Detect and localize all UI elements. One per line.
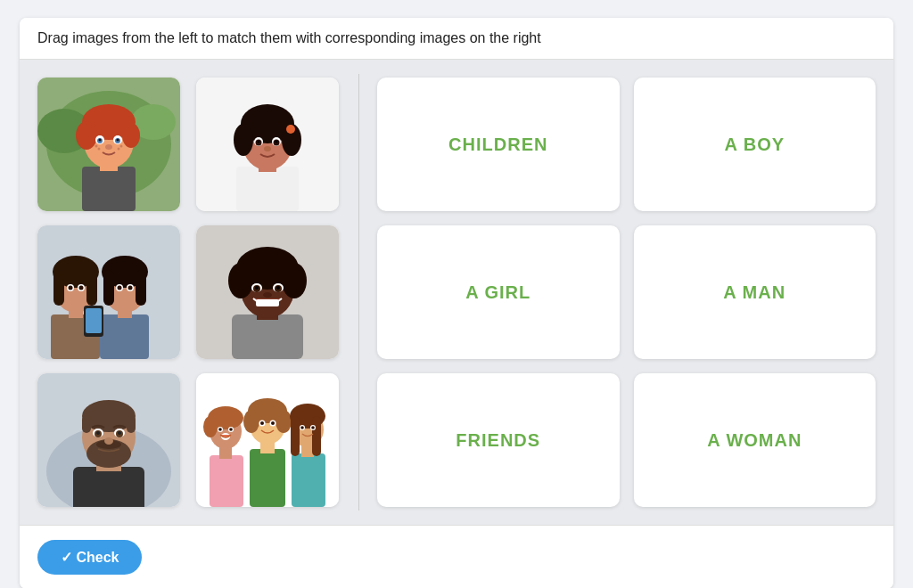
svg-rect-58 <box>86 308 102 333</box>
svg-point-121 <box>300 426 304 429</box>
image-card-girl[interactable] <box>196 78 339 211</box>
svg-point-71 <box>276 286 280 290</box>
svg-rect-4 <box>82 167 136 211</box>
svg-rect-44 <box>53 270 64 306</box>
svg-rect-117 <box>291 416 300 456</box>
label-card-a-girl[interactable]: A GIRL <box>377 225 620 359</box>
label-friends: FRIENDS <box>456 430 540 451</box>
svg-point-16 <box>105 144 112 150</box>
svg-point-28 <box>286 125 295 134</box>
svg-rect-48 <box>136 270 146 306</box>
label-a-boy: A BOY <box>724 135 785 155</box>
svg-rect-103 <box>210 455 243 507</box>
left-panel <box>20 60 358 525</box>
svg-point-98 <box>276 410 292 433</box>
svg-point-90 <box>118 431 121 435</box>
svg-point-111 <box>229 428 233 431</box>
svg-rect-47 <box>103 270 114 306</box>
svg-rect-38 <box>100 314 149 359</box>
svg-point-56 <box>128 286 133 290</box>
svg-point-34 <box>276 141 278 143</box>
svg-point-14 <box>99 139 102 142</box>
svg-point-101 <box>260 421 264 425</box>
label-card-a-woman[interactable]: A WOMAN <box>634 373 876 507</box>
label-children: CHILDREN <box>448 135 547 155</box>
svg-point-55 <box>118 286 122 290</box>
label-card-children[interactable]: CHILDREN <box>377 78 620 211</box>
svg-point-89 <box>96 431 100 435</box>
svg-rect-80 <box>82 415 91 433</box>
label-card-a-man[interactable]: A MAN <box>634 225 876 359</box>
svg-point-97 <box>243 410 259 433</box>
image-card-man[interactable] <box>37 373 180 507</box>
svg-point-19 <box>98 148 101 151</box>
svg-point-17 <box>95 145 98 148</box>
svg-rect-76 <box>73 467 144 507</box>
footer: ✓ Check <box>20 525 893 588</box>
label-a-man: A MAN <box>723 282 786 303</box>
image-card-children-group[interactable] <box>196 373 339 507</box>
label-a-woman: A WOMAN <box>707 430 802 451</box>
svg-rect-60 <box>232 314 303 359</box>
svg-point-73 <box>263 292 272 298</box>
svg-point-20 <box>118 148 120 151</box>
svg-rect-118 <box>312 416 321 456</box>
main-container: Drag images from the left to match them … <box>20 18 893 588</box>
label-card-friends[interactable]: FRIENDS <box>377 373 620 507</box>
svg-rect-113 <box>292 453 325 507</box>
svg-rect-45 <box>86 270 97 306</box>
svg-point-33 <box>258 141 260 143</box>
svg-point-70 <box>255 286 259 290</box>
image-card-boy[interactable] <box>37 78 180 211</box>
svg-point-26 <box>234 124 253 156</box>
svg-point-102 <box>271 421 275 425</box>
svg-point-18 <box>120 145 123 148</box>
image-card-woman[interactable] <box>196 225 339 359</box>
svg-point-35 <box>264 146 271 151</box>
label-a-girl: A GIRL <box>465 282 531 303</box>
svg-point-52 <box>79 286 84 290</box>
svg-point-122 <box>311 426 315 429</box>
label-card-a-boy[interactable]: A BOY <box>634 78 876 211</box>
svg-point-110 <box>218 428 222 431</box>
svg-rect-93 <box>250 449 285 507</box>
instruction-text: Drag images from the left to match them … <box>37 30 541 45</box>
svg-rect-72 <box>256 299 279 306</box>
right-panel: CHILDREN A BOY A GIRL A MAN FRIENDS A WO… <box>359 60 893 525</box>
svg-point-15 <box>117 139 119 142</box>
instruction-bar: Drag images from the left to match them … <box>20 18 893 60</box>
check-button[interactable]: ✓ Check <box>37 540 142 575</box>
svg-rect-22 <box>236 167 299 211</box>
svg-rect-81 <box>127 415 136 433</box>
image-card-two-women[interactable] <box>37 225 180 359</box>
svg-point-91 <box>104 437 113 445</box>
activity-area: CHILDREN A BOY A GIRL A MAN FRIENDS A WO… <box>20 60 893 525</box>
svg-point-8 <box>76 121 97 150</box>
svg-point-51 <box>69 286 73 290</box>
svg-point-9 <box>122 123 140 148</box>
svg-point-107 <box>203 416 218 437</box>
